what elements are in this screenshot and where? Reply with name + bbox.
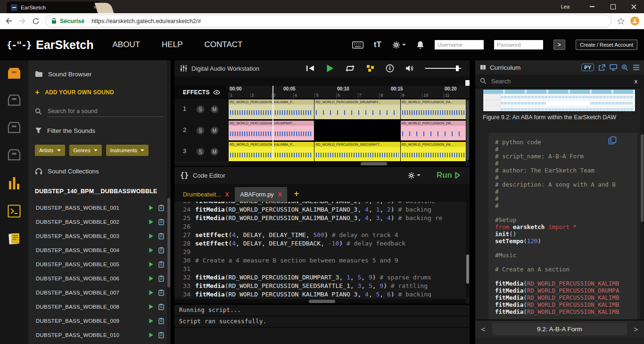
- paste-sound-icon[interactable]: [158, 289, 164, 296]
- zoom-in-icon[interactable]: [621, 64, 628, 71]
- nav-item-help[interactable]: HELP: [162, 40, 182, 49]
- daw-clip[interactable]: RD_WORLD_PERCUSSION_KALIMBA_P...: [229, 99, 314, 119]
- scripts-rail-icon[interactable]: [0, 94, 28, 106]
- editor-vertical-scrollbar[interactable]: [466, 202, 470, 297]
- paste-sound-icon[interactable]: [158, 303, 164, 310]
- api-rail-icon[interactable]: [0, 149, 28, 161]
- curriculum-search-input[interactable]: [490, 77, 629, 85]
- play-sound-icon[interactable]: [149, 290, 154, 295]
- solo-button[interactable]: S: [196, 126, 205, 135]
- metronome-icon[interactable]: [386, 64, 394, 73]
- play-sound-icon[interactable]: [149, 276, 154, 281]
- sound-list-item[interactable]: DUBSTEP_BASS_WOBBLE_004: [28, 243, 171, 257]
- play-sound-icon[interactable]: [149, 304, 154, 310]
- settings-gear-icon[interactable]: [392, 41, 406, 49]
- curriculum-content[interactable]: Figure 9.2: An ABA form within the EarSk…: [475, 88, 640, 320]
- paste-sound-icon[interactable]: [158, 247, 164, 254]
- play-sound-icon[interactable]: [149, 233, 154, 239]
- sound-browser-scrollbar[interactable]: [167, 60, 171, 344]
- create-reset-account-button[interactable]: Create / Reset Account: [576, 40, 637, 50]
- username-field[interactable]: [435, 40, 484, 49]
- daw-clip[interactable]: RD_WORLD_PERCUSSION_SEEDSRATT...: [314, 142, 400, 161]
- daw-clip[interactable]: RD_WORLD_PERCUSSION_KALIMBA_P...: [229, 142, 314, 161]
- sound-list-item[interactable]: DUBSTEP_BASS_WOBBLE_001: [28, 201, 171, 215]
- solo-button[interactable]: S: [196, 147, 205, 156]
- bookmark-star-icon[interactable]: [617, 17, 625, 25]
- filter-instruments-button[interactable]: Instruments: [106, 145, 149, 156]
- daw-timeline-ruler[interactable]: 00:0000:0500:1000:1500:201234567891011: [229, 86, 470, 99]
- editor-tab[interactable]: Drumbeatwit...X: [177, 187, 235, 202]
- volume-icon[interactable]: [405, 65, 414, 72]
- browser-profile-name[interactable]: Lea: [561, 4, 570, 9]
- play-sound-icon[interactable]: [149, 332, 154, 338]
- notifications-bell-icon[interactable]: [416, 41, 424, 49]
- editor-horizontal-scrollbar[interactable]: [174, 299, 466, 303]
- daw-horizontal-scrollbar[interactable]: [229, 162, 466, 166]
- daw-rail-icon[interactable]: [0, 176, 28, 190]
- copy-code-icon[interactable]: [608, 136, 617, 145]
- maximize-button[interactable]: [603, 0, 623, 13]
- console-rail-icon[interactable]: [0, 205, 28, 218]
- editor-tab[interactable]: ABAForm.pyX: [235, 187, 288, 202]
- forward-icon[interactable]: [18, 17, 26, 25]
- sound-list-item[interactable]: DUBSTEP_BASS_WOBBLE_008: [28, 300, 171, 314]
- current-section-title[interactable]: 9.2: A-B-A Form: [492, 323, 627, 336]
- paste-sound-icon[interactable]: [158, 275, 164, 282]
- login-button[interactable]: >: [553, 40, 565, 50]
- play-sound-icon[interactable]: [149, 205, 154, 211]
- sound-browser-rail-icon[interactable]: [0, 67, 28, 80]
- volume-slider[interactable]: [425, 68, 461, 69]
- paste-sound-icon[interactable]: [158, 219, 164, 225]
- sound-search-input[interactable]: [47, 106, 164, 117]
- keyboard-shortcuts-icon[interactable]: [352, 41, 363, 49]
- curriculum-scrollbar[interactable]: [640, 88, 644, 320]
- paste-sound-icon[interactable]: [158, 332, 164, 338]
- play-sound-icon[interactable]: [149, 247, 154, 253]
- open-in-new-icon[interactable]: [598, 64, 605, 71]
- shared-scripts-rail-icon[interactable]: [0, 122, 28, 133]
- daw-clip[interactable]: RD_WORLD_PERCUSSION_DR...: [401, 121, 466, 140]
- back-icon[interactable]: [5, 17, 13, 25]
- sound-list-item[interactable]: DUBSTEP_BASS_WOBBLE_006: [28, 271, 171, 286]
- daw-clip[interactable]: RD_WORLD_PERCUSSION_DRUMPART....: [229, 121, 314, 140]
- filter-artists-button[interactable]: Artists: [35, 145, 65, 156]
- prev-section-button[interactable]: <: [475, 325, 491, 333]
- playhead[interactable]: [272, 86, 273, 160]
- text-size-icon[interactable]: tT: [374, 40, 381, 49]
- volume-slider-thumb[interactable]: [456, 66, 459, 71]
- sound-list-item[interactable]: DUBSTEP_BASS_WOBBLE_009: [28, 314, 171, 328]
- daw-vertical-scrollbar[interactable]: [466, 99, 470, 161]
- editor-settings-gear-icon[interactable]: [407, 172, 421, 180]
- sound-list-item[interactable]: DUBSTEP_BASS_WOBBLE_003: [28, 229, 171, 243]
- code-area[interactable]: 23fitMedia(RD_WORLD_PERCUSSION_KALIMBA_P…: [174, 202, 466, 297]
- play-sound-icon[interactable]: [149, 318, 154, 324]
- password-field[interactable]: [494, 40, 543, 49]
- close-tab-icon[interactable]: X: [278, 191, 281, 198]
- python-language-badge[interactable]: PY: [581, 64, 594, 71]
- paste-sound-icon[interactable]: [158, 233, 164, 239]
- browser-tab[interactable]: EarSketch ×: [7, 1, 101, 13]
- curriculum-search-close[interactable]: x: [633, 78, 640, 85]
- mute-button[interactable]: M: [210, 105, 219, 114]
- daw-clip[interactable]: RD_WORLD_PERCUSSION_KA...: [401, 99, 466, 119]
- play-sound-icon[interactable]: [149, 262, 154, 267]
- url-bar[interactable]: Sécurisé https://earsketch.gatech.edu/ea…: [45, 15, 611, 27]
- mute-button[interactable]: M: [210, 147, 219, 156]
- browser-menu-icon[interactable]: [630, 16, 639, 25]
- nav-item-about[interactable]: ABOUT: [113, 40, 140, 49]
- daw-clip[interactable]: RD_WORLD_PERCUSSION_DRUMPART...: [314, 99, 400, 119]
- close-tab-icon[interactable]: X: [225, 191, 229, 198]
- daw-clip[interactable]: RD_WORLD_PERCUSSION_KA...: [401, 142, 466, 161]
- play-icon[interactable]: [326, 64, 334, 73]
- nav-item-contact[interactable]: CONTACT: [204, 40, 242, 49]
- loop-icon[interactable]: [345, 65, 355, 72]
- sound-list-item[interactable]: DUBSTEP_BASS_WOBBLE_002: [28, 215, 171, 229]
- sound-list-item[interactable]: DUBSTEP_BASS_WOBBLE_007: [28, 286, 171, 300]
- sound-list-item[interactable]: DUBSTEP_BASS_WOBBLE_010: [28, 328, 171, 342]
- sound-list-item[interactable]: DUBSTEP_BASS_WOBBLE_005: [28, 257, 171, 271]
- minimize-button[interactable]: [582, 0, 603, 13]
- solo-button[interactable]: S: [196, 105, 205, 114]
- close-button[interactable]: [623, 0, 644, 13]
- effects-toggle-button[interactable]: EFFECTS: [174, 86, 229, 99]
- new-script-button[interactable]: +: [294, 189, 299, 202]
